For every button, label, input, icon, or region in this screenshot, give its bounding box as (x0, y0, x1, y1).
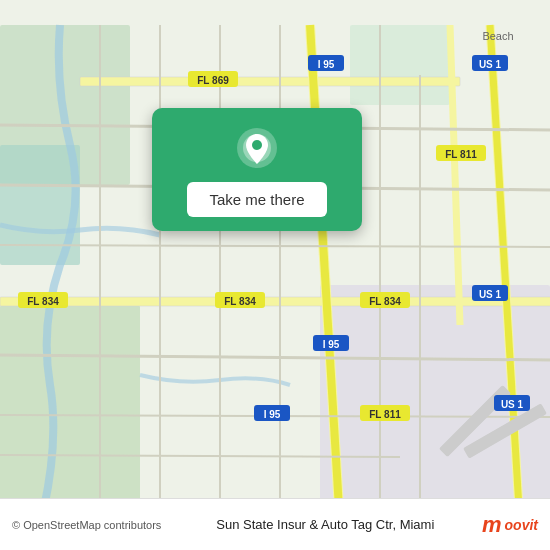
svg-text:US 1: US 1 (479, 289, 502, 300)
location-card: Take me there (152, 108, 362, 231)
svg-text:FL 869: FL 869 (197, 75, 229, 86)
svg-point-36 (252, 140, 262, 150)
svg-text:I 95: I 95 (264, 409, 281, 420)
moovit-m-letter: m (482, 514, 502, 536)
svg-text:I 95: I 95 (318, 59, 335, 70)
svg-rect-4 (350, 25, 450, 105)
svg-text:FL 834: FL 834 (224, 296, 256, 307)
svg-rect-5 (80, 77, 460, 86)
place-name: Sun State Insur & Auto Tag Ctr, Miami (169, 517, 482, 532)
svg-text:FL 811: FL 811 (445, 149, 477, 160)
bottom-bar: © OpenStreetMap contributors Sun State I… (0, 498, 550, 550)
svg-rect-6 (0, 297, 550, 306)
svg-text:FL 834: FL 834 (27, 296, 59, 307)
map-attribution: © OpenStreetMap contributors (12, 519, 169, 531)
svg-text:FL 811: FL 811 (369, 409, 401, 420)
svg-text:I 95: I 95 (323, 339, 340, 350)
svg-text:Beach: Beach (482, 30, 513, 42)
map-svg: FL 869 I 95 US 1 FL 811 FL 834 FL 834 I … (0, 0, 550, 550)
svg-text:US 1: US 1 (479, 59, 502, 70)
svg-rect-3 (0, 305, 140, 505)
map-container: FL 869 I 95 US 1 FL 811 FL 834 FL 834 I … (0, 0, 550, 550)
svg-text:US 1: US 1 (501, 399, 524, 410)
svg-text:FL 834: FL 834 (369, 296, 401, 307)
take-me-there-button[interactable]: Take me there (187, 182, 326, 217)
location-pin-icon (235, 126, 279, 170)
moovit-brand-text: oovit (505, 517, 538, 533)
moovit-logo: m oovit (482, 514, 538, 536)
